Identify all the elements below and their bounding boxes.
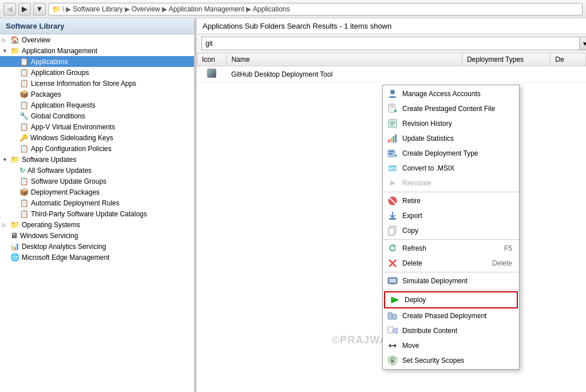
sidebar-item-license-store[interactable]: 📋License Information for Store Apps [0, 78, 194, 89]
sidebar-item-sw-update-groups[interactable]: 📋Software Update Groups [0, 176, 194, 187]
col-deploy-types[interactable]: Deployment Types [462, 53, 550, 66]
sidebar-item-label: License Information for Store Apps [31, 80, 136, 88]
svg-rect-12 [390, 138, 392, 142]
ctx-label-create-phased: Create Phased Deployment [402, 312, 512, 320]
svg-point-0 [390, 90, 395, 94]
search-input[interactable] [201, 37, 586, 50]
ctx-item-move[interactable]: Move [383, 338, 519, 353]
ctx-item-copy[interactable]: Copy [383, 223, 519, 238]
breadcrumb-part-3[interactable]: Application Management [169, 5, 244, 13]
row-icon [197, 66, 227, 82]
col-de[interactable]: De [551, 53, 586, 66]
ctx-item-retire[interactable]: Retire [383, 193, 519, 208]
sidebar-item-desktop-analytics[interactable]: 📊Desktop Analytics Servicing [0, 241, 194, 252]
sidebar-item-sw-updates[interactable]: ▼📁Software Updates [0, 154, 194, 165]
ctx-item-deploy[interactable]: Deploy [384, 291, 518, 308]
ctx-item-refresh[interactable]: RefreshF5 [383, 241, 519, 256]
ctx-item-delete[interactable]: DeleteDelete [383, 256, 519, 271]
sidebar-item-all-sw-updates[interactable]: ↻All Software Updates [0, 165, 194, 176]
reinstate-icon [387, 178, 398, 188]
sidebar-item-label: Global Conditions [31, 112, 85, 120]
sidebar-item-global-conditions[interactable]: 🔧Global Conditions [0, 110, 194, 121]
sidebar-item-app-mgmt[interactable]: ▼📁Application Management [0, 45, 194, 56]
table-header-row: Icon Name Deployment Types De [197, 53, 586, 66]
results-count: 1 items shown [344, 22, 391, 30]
sidebar-item-label: Packages [31, 90, 61, 98]
sidebar-title: Software Library [0, 18, 194, 34]
sidebar-item-applications[interactable]: 📋Applications [0, 56, 194, 67]
sidebar-item-label: Application Requests [31, 101, 96, 109]
col-name[interactable]: Name [227, 53, 462, 66]
sidebar-item-third-party[interactable]: 📋Third-Party Software Update Catalogs [0, 208, 194, 219]
ctx-item-export[interactable]: Export [383, 208, 519, 223]
table-row[interactable]: GitHub Desktop Deployment Tool [197, 66, 586, 82]
tree-icon: 📦 [19, 90, 29, 98]
deploy-icon [390, 295, 400, 305]
context-menu: Manage Access Accounts+Create Prestaged … [382, 85, 520, 370]
move-icon [387, 340, 398, 351]
sidebar-item-label: App Configuration Policies [31, 145, 112, 153]
ctx-label-reinstate: Reinstate [402, 179, 512, 187]
tree-icon: 📋 [19, 57, 29, 66]
sidebar-item-label: Third-Party Software Update Catalogs [31, 210, 147, 218]
sidebar-item-app-requests[interactable]: 📋Application Requests [0, 100, 194, 110]
svg-rect-32 [389, 279, 396, 283]
ctx-item-create-prestaged[interactable]: +Create Prestaged Content File [383, 101, 519, 116]
sidebar-item-operating-sys[interactable]: ▷📁Operating Systems [0, 219, 194, 230]
delete-icon [387, 258, 398, 268]
tree-icon: 📋 [19, 79, 29, 88]
breadcrumb-icon: 📁 [52, 5, 61, 13]
sidebar-item-packages[interactable]: 📦Packages [0, 89, 194, 100]
svg-marker-40 [394, 343, 397, 348]
ctx-label-update-statistics: Update Statistics [402, 134, 512, 142]
ctx-separator [383, 239, 519, 240]
svg-rect-2 [390, 105, 394, 106]
search-dropdown-button[interactable]: ▼ [579, 37, 586, 50]
sidebar-item-app-groups[interactable]: 📋Application Groups [0, 67, 194, 78]
col-icon[interactable]: Icon [197, 53, 227, 66]
breadcrumb-part-2[interactable]: Overview [132, 5, 160, 13]
sidebar-item-ms-edge[interactable]: 🌐Microsoft Edge Management [0, 252, 194, 263]
ctx-item-update-statistics[interactable]: Update Statistics [383, 131, 519, 146]
breadcrumb-part-1[interactable]: Software Library [73, 5, 122, 13]
copy-icon [387, 225, 398, 236]
tree-icon: 🌐 [10, 253, 19, 262]
results-title: Applications Sub Folders Search Results [203, 22, 338, 30]
tree-icon: 📦 [19, 188, 29, 196]
breadcrumb-part-4[interactable]: Applications [253, 5, 290, 13]
svg-marker-41 [389, 343, 391, 348]
sidebar-item-label: All Software Updates [27, 167, 92, 175]
sidebar-item-overview[interactable]: ▷🏠Overview [0, 34, 194, 45]
svg-text:MSIX: MSIX [389, 167, 398, 171]
ctx-item-set-security[interactable]: Set Security Scopes [383, 353, 519, 368]
sidebar-item-deploy-packages[interactable]: 📦Deployment Packages [0, 187, 194, 197]
sidebar-item-win-servicing[interactable]: 🖥Windows Servicing [0, 230, 194, 241]
ctx-item-convert-msix[interactable]: MSIXConvert to .MSIX [383, 161, 519, 176]
svg-rect-17 [389, 153, 393, 155]
sidebar-item-appv-virtual[interactable]: 📋App-V Virtual Environments [0, 121, 194, 132]
ctx-label-revision-history: Revision History [402, 120, 512, 128]
ctx-label-copy: Copy [402, 227, 512, 235]
dropdown-button[interactable]: ▼ [33, 3, 46, 15]
ctx-item-create-phased[interactable]: Create Phased Deployment [383, 308, 519, 323]
expand-icon: ▼ [2, 157, 9, 163]
sidebar-item-label: Windows Servicing [20, 232, 78, 240]
back-button[interactable]: ◀ [3, 3, 16, 15]
ctx-label-distribute: Distribute Content [402, 327, 512, 335]
ctx-item-manage-access[interactable]: Manage Access Accounts [383, 86, 519, 101]
update-statistics-icon [387, 133, 398, 144]
ctx-item-create-deploy-type[interactable]: +Create Deployment Type [383, 146, 519, 161]
sidebar-item-label: Windows Sideloading Keys [30, 134, 113, 142]
svg-text:+: + [395, 110, 397, 113]
sidebar-item-label: Overview [22, 36, 50, 44]
distribute-icon [387, 326, 398, 336]
retire-icon [387, 196, 398, 206]
forward-button[interactable]: ▶ [18, 3, 31, 15]
sidebar-item-auto-deploy-rules[interactable]: 📋Automatic Deployment Rules [0, 197, 194, 208]
ctx-item-distribute[interactable]: Distribute Content [383, 323, 519, 338]
sidebar-item-app-config[interactable]: 📋App Configuration Policies [0, 143, 194, 154]
row-de [551, 66, 586, 82]
ctx-item-revision-history[interactable]: Revision History [383, 116, 519, 131]
sidebar-item-win-sideload[interactable]: 🔑Windows Sideloading Keys [0, 132, 194, 143]
ctx-item-simulate-deploy[interactable]: Simulate Deployment [383, 274, 519, 288]
